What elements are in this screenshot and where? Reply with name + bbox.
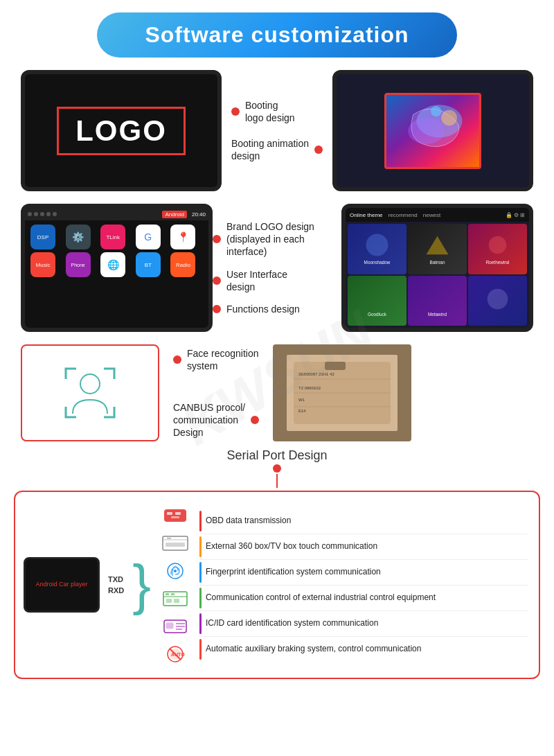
text-icid: IC/ID card identification system communi…	[206, 618, 378, 629]
text-canbus: CANBUS procol/communicationDesign	[173, 401, 245, 439]
dot-functions	[213, 305, 221, 313]
face-recognition-box	[21, 344, 159, 441]
color-bar-icid	[199, 613, 202, 634]
theme-bar: Online theme recommend newest 🔒 ⚙ ⊞	[346, 208, 529, 222]
dot2	[34, 212, 38, 216]
screen-inner-left: LOGO	[25, 74, 217, 187]
theme-preview-3: Roethewind	[468, 224, 527, 274]
section2-ui: Android 20:40 DSP ⚙️ TLink G 📍 Music Pho…	[0, 204, 554, 332]
android-player: Android Car player	[24, 557, 100, 613]
app-google: G	[136, 225, 161, 249]
text-braking: Automatic auxiliary braking system, cont…	[206, 644, 421, 655]
theme-preview-1: Moonshadow	[348, 224, 406, 274]
svg-rect-40	[166, 623, 173, 628]
text-360: External 360 box/TV box touch communicat…	[206, 541, 377, 552]
text-booting-logo: Bootinglogo design	[245, 99, 295, 124]
svg-rect-15	[325, 362, 346, 370]
dot1	[28, 212, 32, 216]
label-brand-logo: Brand LOGO design(displayed in each inte…	[213, 220, 341, 258]
right-ui-screen: Online theme recommend newest 🔒 ⚙ ⊞ Moon…	[341, 204, 533, 332]
svg-point-3	[441, 109, 457, 125]
left-boot-screen: LOGO	[21, 70, 222, 191]
dot-canbus	[251, 416, 259, 424]
top-status-bar: Android 20:40	[25, 208, 208, 220]
svg-rect-38	[171, 593, 175, 595]
svg-point-8	[489, 236, 507, 254]
360-icon	[161, 533, 189, 554]
theme-extra	[468, 276, 527, 326]
txd-label: TXD	[108, 575, 124, 583]
serial-dot	[273, 464, 281, 473]
icid-icon	[161, 616, 189, 637]
time-display: 20:40	[192, 211, 206, 218]
header-title: Software customization	[145, 22, 409, 47]
bottom-serial-box: Android Car player TXD RXD }	[14, 491, 540, 679]
color-bar-braking	[199, 639, 202, 660]
text-brand-logo: Brand LOGO design(displayed in each inte…	[226, 220, 341, 258]
section1-labels: Bootinglogo design Booting animationdesi…	[231, 99, 323, 162]
obd-icon	[161, 505, 189, 526]
label-canbus: CANBUS procol/communicationDesign	[173, 401, 259, 439]
app-phonebook: Phone	[66, 252, 91, 277]
section3-face-canbus: Face recognitionsystem CANBUS procol/com…	[0, 344, 554, 441]
label-ui-design: User Interfacedesign	[213, 268, 287, 293]
icid-icon-item	[159, 614, 191, 639]
animation-preview	[384, 93, 481, 169]
app-chrome: 🌐	[100, 252, 125, 277]
dot4	[46, 212, 51, 216]
dot-booting-anim	[314, 146, 323, 154]
industrial-icon-item	[159, 586, 191, 611]
color-bar-industrial	[199, 588, 202, 608]
app-settings: ⚙️	[66, 225, 91, 249]
text-booting-anim: Booting animationdesign	[231, 137, 309, 162]
serial-port-label: Serial Port Design	[226, 448, 327, 462]
text-functions: Functions design	[226, 303, 300, 315]
screen-inner-right	[337, 74, 529, 187]
obd-icon-item	[159, 503, 191, 528]
serial-dot-line	[0, 463, 554, 488]
svg-text:Roethewind: Roethewind	[486, 260, 510, 265]
txd-rxd-labels: TXD RXD	[108, 575, 124, 595]
braking-icon-item: AUTO	[159, 642, 191, 667]
serial-icons: AUTO	[159, 503, 191, 667]
theme-preview-2: Batman	[408, 224, 467, 274]
theme-grid: Moonshadow Batman Roethewind Goodluck Me…	[346, 222, 529, 328]
online-theme-label: Online theme	[350, 212, 383, 218]
app-bluetooth: BT	[136, 252, 161, 277]
serial-row-360: External 360 box/TV box touch communicat…	[199, 534, 528, 560]
svg-rect-26	[171, 516, 179, 518]
rxd-label: RXD	[108, 586, 124, 595]
app-music: Music	[30, 252, 55, 277]
svg-text:E14: E14	[298, 409, 306, 413]
industrial-icon	[161, 588, 189, 609]
svg-point-32	[174, 570, 177, 572]
newest-label: newest	[423, 212, 440, 218]
dot3	[40, 212, 44, 216]
app-dsp: DSP	[30, 225, 55, 249]
svg-point-5	[366, 234, 388, 256]
canbus-chip-inner: 2E800087 23H1 42 T2 0960102 W1 E14	[287, 355, 397, 431]
app-radio: Radio	[170, 252, 195, 277]
text-obd: OBD data transmission	[206, 516, 291, 527]
svg-rect-36	[174, 599, 179, 603]
theme-preview-5: Metawind	[408, 276, 467, 326]
svg-text:Goodluck: Goodluck	[368, 312, 387, 317]
app-maps: 📍	[170, 225, 195, 249]
logo-display: LOGO	[57, 107, 186, 155]
label-booting-logo: Bootinglogo design	[231, 99, 295, 124]
braking-icon: AUTO	[161, 644, 189, 665]
header-section: Software customization	[97, 12, 457, 58]
svg-text:Moonshadow: Moonshadow	[364, 260, 391, 265]
svg-rect-29	[166, 543, 185, 547]
dot5	[53, 212, 57, 216]
svg-text:AUTO: AUTO	[171, 652, 185, 657]
svg-point-12	[488, 288, 508, 309]
svg-rect-30	[167, 538, 171, 539]
serial-row-obd: OBD data transmission	[199, 509, 528, 534]
svg-text:Batman: Batman	[430, 260, 445, 265]
svg-text:T2 0960102: T2 0960102	[298, 386, 321, 390]
label-face-recog: Face recognitionsystem	[173, 347, 259, 372]
theme-goodluck: Goodluck	[348, 276, 406, 326]
dragon-svg	[386, 95, 479, 167]
360-icon-item	[159, 531, 191, 556]
